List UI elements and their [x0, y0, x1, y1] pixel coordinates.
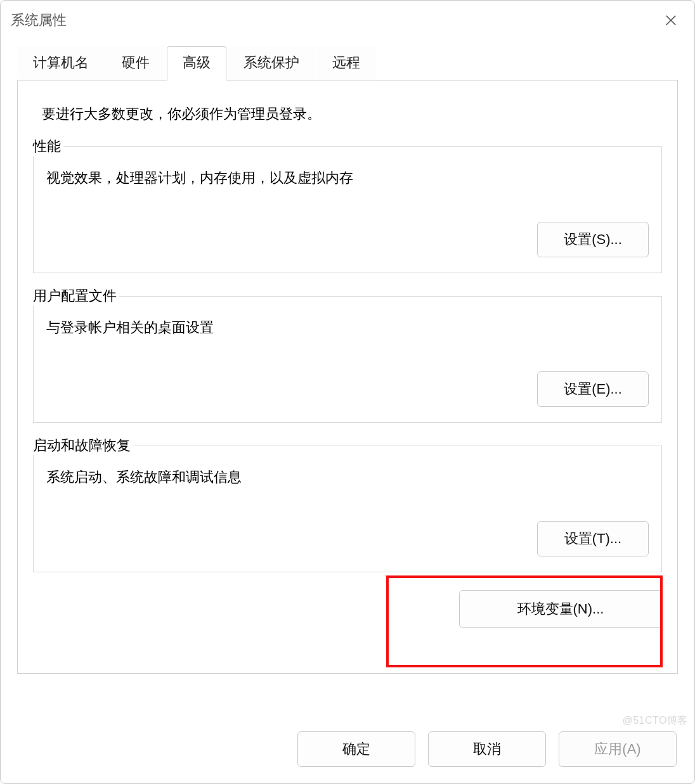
cancel-button[interactable]: 取消: [428, 731, 546, 767]
dialog-button-row: 确定 取消 应用(A): [297, 731, 677, 767]
group-performance-label: 性能: [33, 137, 63, 156]
tab-remote[interactable]: 远程: [316, 46, 376, 80]
group-startup-recovery-desc: 系统启动、系统故障和调试信息: [46, 465, 649, 487]
environment-variables-row: 环境变量(N)...: [33, 590, 662, 628]
group-user-profiles: 用户配置文件 与登录帐户相关的桌面设置 设置(E)...: [33, 296, 662, 423]
apply-button[interactable]: 应用(A): [559, 731, 677, 767]
ok-button[interactable]: 确定: [297, 731, 415, 767]
tab-computer-name[interactable]: 计算机名: [17, 46, 105, 80]
tab-advanced[interactable]: 高级: [167, 46, 226, 80]
titlebar: 系统属性: [1, 1, 694, 35]
dialog-title: 系统属性: [11, 11, 67, 30]
tab-row: 计算机名 硬件 高级 系统保护 远程: [1, 35, 694, 80]
close-button[interactable]: [658, 7, 684, 34]
group-user-profiles-desc: 与登录帐户相关的桌面设置: [46, 316, 649, 337]
user-profiles-settings-button[interactable]: 设置(E)...: [537, 371, 649, 407]
performance-settings-button[interactable]: 设置(S)...: [537, 222, 649, 257]
group-performance-desc: 视觉效果，处理器计划，内存使用，以及虚拟内存: [46, 166, 649, 188]
admin-required-text: 要进行大多数更改，你必须作为管理员登录。: [18, 105, 677, 124]
startup-recovery-settings-button[interactable]: 设置(T)...: [537, 521, 649, 556]
group-startup-recovery-label: 启动和故障恢复: [33, 436, 133, 455]
tab-content-advanced: 要进行大多数更改，你必须作为管理员登录。 性能 视觉效果，处理器计划，内存使用，…: [17, 80, 678, 674]
close-icon: [664, 13, 678, 27]
tab-hardware[interactable]: 硬件: [106, 46, 166, 80]
group-startup-recovery: 启动和故障恢复 系统启动、系统故障和调试信息 设置(T)...: [33, 446, 662, 572]
system-properties-dialog: 系统属性 计算机名 硬件 高级 系统保护 远程 要进行大多数更改，你必须作为管理…: [0, 0, 695, 784]
group-performance: 性能 视觉效果，处理器计划，内存使用，以及虚拟内存 设置(S)...: [33, 146, 662, 273]
group-user-profiles-label: 用户配置文件: [33, 286, 119, 305]
environment-variables-button[interactable]: 环境变量(N)...: [459, 590, 662, 628]
tab-system-protection[interactable]: 系统保护: [228, 46, 315, 80]
watermark-text: @51CTO博客: [622, 714, 688, 728]
